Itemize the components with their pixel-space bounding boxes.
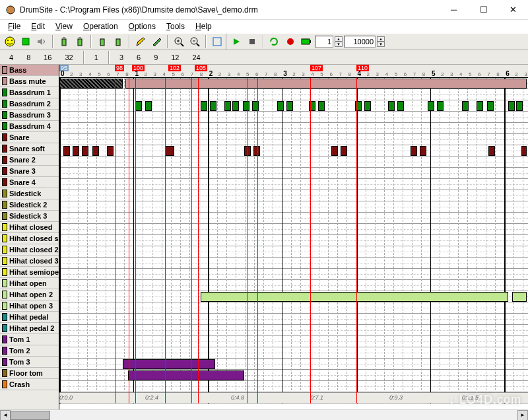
track-snare-3[interactable]: Snare 3 — [0, 166, 59, 177]
track-floor-tom[interactable]: Floor tom — [0, 368, 59, 379]
track-tom-1[interactable]: Tom 1 — [0, 334, 59, 345]
numbar-4[interactable]: 4 — [4, 52, 18, 63]
note[interactable] — [201, 292, 508, 302]
note[interactable] — [477, 101, 483, 111]
marker-line[interactable] — [356, 78, 357, 403]
horizontal-scrollbar[interactable]: ◄ ► — [0, 409, 528, 420]
note[interactable] — [253, 146, 260, 156]
marker-line[interactable] — [257, 78, 258, 403]
zoom-in-icon[interactable] — [172, 34, 186, 49]
bottle1-icon[interactable] — [57, 34, 71, 49]
track-hihat-pedal[interactable]: Hihat pedal — [0, 312, 59, 323]
scroll-right-button[interactable]: ► — [517, 410, 528, 420]
track-bass-mute[interactable]: Bass mute — [0, 76, 59, 87]
numbar-8[interactable]: 8 — [21, 52, 36, 63]
record-icon[interactable] — [283, 34, 298, 49]
track-hihat-pedal-2[interactable]: Hihat pedal 2 — [0, 323, 59, 334]
scroll-left-button[interactable]: ◄ — [0, 410, 11, 420]
marker-line[interactable] — [198, 78, 199, 403]
marker-line[interactable] — [248, 78, 248, 403]
track-bassdrum-2[interactable]: Bassdrum 2 — [0, 98, 59, 110]
bottle2-icon[interactable] — [73, 34, 87, 49]
numbar-3[interactable]: 3 — [114, 52, 129, 63]
track-hihat-closed-3[interactable]: Hihat closed 3 — [0, 256, 59, 267]
numbar-24[interactable]: 24 — [187, 52, 206, 63]
note[interactable] — [63, 146, 70, 156]
track-bass[interactable]: Bass — [0, 65, 59, 76]
grid-body[interactable] — [59, 78, 528, 392]
menu-view[interactable]: View — [50, 20, 78, 32]
minimize-button[interactable]: ─ — [439, 0, 469, 20]
counter1-input[interactable] — [315, 36, 333, 48]
stop-icon[interactable] — [245, 34, 259, 49]
numbar-9[interactable]: 9 — [148, 52, 163, 63]
note[interactable] — [420, 146, 426, 156]
note[interactable] — [521, 146, 527, 156]
note[interactable] — [145, 101, 152, 111]
note[interactable] — [135, 101, 142, 111]
speaker-icon[interactable] — [34, 34, 49, 49]
note[interactable] — [512, 292, 527, 302]
track-hihat-semiopen[interactable]: Hihat semiopen — [0, 267, 59, 278]
track-sidestick-3[interactable]: Sidestick 3 — [0, 211, 59, 222]
note[interactable] — [364, 101, 371, 111]
green-square-icon[interactable] — [18, 34, 33, 49]
note[interactable] — [428, 101, 434, 111]
menu-help[interactable]: Help — [190, 20, 217, 32]
bottle4-icon[interactable] — [111, 34, 125, 49]
track-snare[interactable]: Snare — [0, 132, 59, 143]
note[interactable] — [243, 101, 249, 111]
track-hihat-open-2[interactable]: Hihat open 2 — [0, 289, 59, 300]
maximize-button[interactable]: ☐ — [469, 0, 498, 20]
note[interactable] — [232, 101, 239, 111]
spinner1[interactable]: ▲▼ — [335, 36, 343, 47]
ruler-marker[interactable]: 107 — [310, 65, 323, 71]
note[interactable] — [331, 146, 338, 156]
note[interactable] — [123, 359, 215, 369]
track-tom-2[interactable]: Tom 2 — [0, 345, 59, 357]
note[interactable] — [128, 370, 244, 380]
marker-line[interactable] — [135, 78, 136, 403]
ruler-marker[interactable]: 105 — [195, 65, 207, 71]
numbar-32[interactable]: 32 — [60, 52, 79, 63]
pencil-icon[interactable] — [133, 34, 148, 49]
note[interactable] — [210, 101, 216, 111]
note[interactable] — [73, 146, 79, 156]
track-snare-soft[interactable]: Snare soft — [0, 143, 59, 155]
track-bassdrum-4[interactable]: Bassdrum 4 — [0, 121, 59, 132]
marker-line[interactable] — [129, 78, 129, 403]
ruler-marker[interactable]: 98 — [115, 65, 124, 71]
note[interactable] — [341, 146, 347, 156]
scroll-thumb[interactable] — [11, 411, 50, 420]
note[interactable] — [437, 101, 444, 111]
track-sidestick-2[interactable]: Sidestick 2 — [0, 199, 59, 211]
track-hihat-open-3[interactable]: Hihat open 3 — [0, 300, 59, 312]
marker-line[interactable] — [165, 78, 166, 403]
zoom-out-icon[interactable] — [187, 34, 202, 49]
track-snare-4[interactable]: Snare 4 — [0, 177, 59, 188]
note[interactable] — [508, 101, 515, 111]
smiley-icon[interactable] — [3, 34, 17, 49]
play-icon[interactable] — [229, 34, 244, 49]
menu-options[interactable]: Options — [123, 20, 161, 32]
grid-area[interactable]: 9598100102105107110023456781234567822345… — [59, 65, 528, 409]
note[interactable] — [487, 101, 494, 111]
note[interactable] — [107, 146, 114, 156]
track-sidestick[interactable]: Sidestick — [0, 188, 59, 199]
numbar-6[interactable]: 6 — [131, 52, 146, 63]
note[interactable] — [411, 146, 417, 156]
note[interactable] — [516, 101, 523, 111]
brush-icon[interactable] — [149, 34, 164, 49]
note[interactable] — [397, 101, 404, 111]
note[interactable] — [277, 101, 284, 111]
track-bassdrum-1[interactable]: Bassdrum 1 — [0, 87, 59, 98]
numbar-1[interactable]: 1 — [89, 52, 104, 63]
note[interactable] — [92, 146, 99, 156]
note[interactable] — [201, 101, 207, 111]
bottle3-icon[interactable] — [95, 34, 110, 49]
note[interactable] — [388, 101, 395, 111]
menu-file[interactable]: File — [3, 20, 26, 32]
track-bassdrum-3[interactable]: Bassdrum 3 — [0, 110, 59, 121]
spinner2[interactable]: ▲▼ — [377, 36, 385, 47]
note[interactable] — [286, 101, 293, 111]
